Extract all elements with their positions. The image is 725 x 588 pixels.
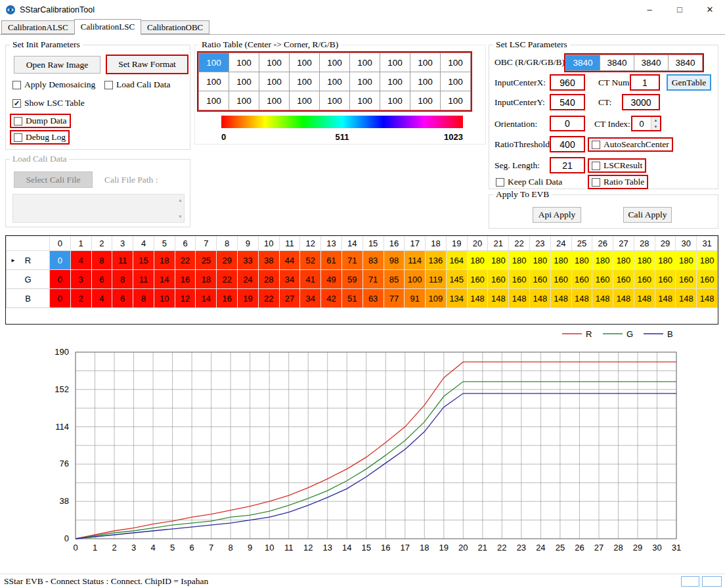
table-cell[interactable]: 160: [550, 270, 571, 289]
ratio-cell[interactable]: 100: [229, 91, 259, 110]
obc-cell[interactable]: 3840: [600, 55, 634, 71]
apply-demosaicing-checkbox[interactable]: Apply Demosaicing: [12, 79, 95, 90]
ratio-cell[interactable]: 100: [380, 72, 410, 91]
table-cell[interactable]: 34: [279, 270, 300, 289]
column-header[interactable]: 5: [154, 237, 175, 251]
obc-cell[interactable]: 3840: [669, 55, 703, 71]
column-header[interactable]: 10: [258, 237, 279, 251]
ct-index-spinner[interactable]: 0 ▲▼: [631, 116, 661, 131]
column-header[interactable]: 19: [446, 237, 467, 251]
tab-calibration-obc[interactable]: CalibrationOBC: [141, 20, 209, 34]
table-cell[interactable]: 114: [405, 251, 426, 270]
ct-num-field[interactable]: [630, 74, 660, 91]
table-cell[interactable]: 91: [405, 289, 426, 308]
table-cell[interactable]: 27: [279, 289, 300, 308]
ratio-cell[interactable]: 100: [410, 91, 441, 110]
table-cell[interactable]: 22: [258, 289, 279, 308]
ratio-cell[interactable]: 100: [320, 72, 350, 91]
table-cell[interactable]: 16: [175, 270, 196, 289]
api-apply-button[interactable]: Api Apply: [533, 207, 581, 223]
table-cell[interactable]: 8: [133, 289, 154, 308]
table-cell[interactable]: 6: [112, 289, 133, 308]
table-cell[interactable]: 148: [550, 289, 571, 308]
table-cell[interactable]: 160: [676, 270, 697, 289]
column-header[interactable]: 18: [426, 237, 447, 251]
column-header[interactable]: 26: [592, 237, 613, 251]
table-cell[interactable]: 83: [362, 251, 384, 270]
table-cell[interactable]: 49: [321, 270, 342, 289]
table-cell[interactable]: 148: [467, 289, 488, 308]
table-cell[interactable]: 180: [676, 251, 697, 270]
column-header[interactable]: 21: [488, 237, 509, 251]
table-cell[interactable]: 145: [446, 270, 467, 289]
table-cell[interactable]: 12: [175, 289, 196, 308]
column-header[interactable]: 16: [384, 237, 405, 251]
dump-data-checkbox[interactable]: Dump Data: [10, 114, 71, 128]
table-cell[interactable]: 3: [70, 270, 91, 289]
ct-field[interactable]: [622, 94, 660, 110]
table-cell[interactable]: 148: [634, 289, 655, 308]
column-header[interactable]: 29: [655, 237, 676, 251]
table-cell[interactable]: 22: [175, 251, 196, 270]
table-cell[interactable]: 119: [426, 270, 447, 289]
table-cell[interactable]: 160: [467, 270, 488, 289]
ratio-table-checkbox[interactable]: Ratio Table: [588, 175, 648, 189]
table-cell[interactable]: 98: [384, 251, 405, 270]
table-cell[interactable]: 180: [571, 251, 592, 270]
table-cell[interactable]: 28: [258, 270, 279, 289]
column-header[interactable]: 25: [571, 237, 592, 251]
table-cell[interactable]: 164: [446, 251, 467, 270]
table-cell[interactable]: 77: [384, 289, 405, 308]
ratio-cell[interactable]: 100: [229, 53, 259, 72]
column-header[interactable]: 24: [550, 237, 571, 251]
column-header[interactable]: 31: [697, 237, 718, 251]
ratio-cell[interactable]: 100: [259, 53, 290, 72]
table-cell[interactable]: 71: [362, 270, 384, 289]
ratio-cell[interactable]: 100: [350, 91, 380, 110]
column-header[interactable]: 8: [217, 237, 238, 251]
table-cell[interactable]: 11: [112, 251, 133, 270]
table-cell[interactable]: 6: [91, 270, 112, 289]
seg-length-field[interactable]: [550, 157, 585, 173]
open-raw-image-button[interactable]: Open Raw Image: [14, 56, 100, 74]
load-cali-data-checkbox[interactable]: Load Cali Data: [104, 79, 170, 90]
table-cell[interactable]: 180: [634, 251, 655, 270]
column-header[interactable]: 15: [362, 237, 384, 251]
table-cell[interactable]: 25: [196, 251, 217, 270]
column-header[interactable]: 11: [279, 237, 300, 251]
close-button[interactable]: ✕: [695, 0, 725, 19]
table-cell[interactable]: 180: [592, 251, 613, 270]
select-cali-file-button[interactable]: Select Cali File: [14, 171, 93, 188]
table-cell[interactable]: 11: [133, 270, 154, 289]
table-cell[interactable]: 0: [50, 270, 71, 289]
table-cell[interactable]: 148: [592, 289, 613, 308]
table-cell[interactable]: 15: [133, 251, 154, 270]
table-cell[interactable]: 41: [300, 270, 321, 289]
table-cell[interactable]: 148: [613, 289, 634, 308]
table-cell[interactable]: 148: [655, 289, 676, 308]
ratio-cell[interactable]: 100: [290, 53, 320, 72]
maximize-button[interactable]: □: [665, 0, 695, 19]
table-cell[interactable]: 100: [405, 270, 426, 289]
table-cell[interactable]: 148: [488, 289, 509, 308]
table-cell[interactable]: 14: [196, 289, 217, 308]
table-cell[interactable]: 136: [426, 251, 447, 270]
table-cell[interactable]: 160: [488, 270, 509, 289]
column-header[interactable]: 7: [196, 237, 217, 251]
column-header[interactable]: 28: [634, 237, 655, 251]
keep-cali-data-checkbox[interactable]: Keep Cali Data: [496, 177, 562, 187]
table-cell[interactable]: 180: [467, 251, 488, 270]
ratio-cell[interactable]: 100: [350, 72, 380, 91]
table-cell[interactable]: 14: [154, 270, 175, 289]
table-cell[interactable]: 160: [529, 270, 550, 289]
table-cell[interactable]: 2: [70, 289, 91, 308]
table-cell[interactable]: 160: [697, 270, 718, 289]
table-cell[interactable]: 4: [91, 289, 112, 308]
table-cell[interactable]: 160: [655, 270, 676, 289]
table-cell[interactable]: 180: [697, 251, 718, 270]
table-cell[interactable]: 180: [529, 251, 550, 270]
table-cell[interactable]: 18: [196, 270, 217, 289]
obc-cell[interactable]: 3840: [566, 55, 600, 71]
table-cell[interactable]: 160: [592, 270, 613, 289]
column-header[interactable]: 2: [91, 237, 112, 251]
